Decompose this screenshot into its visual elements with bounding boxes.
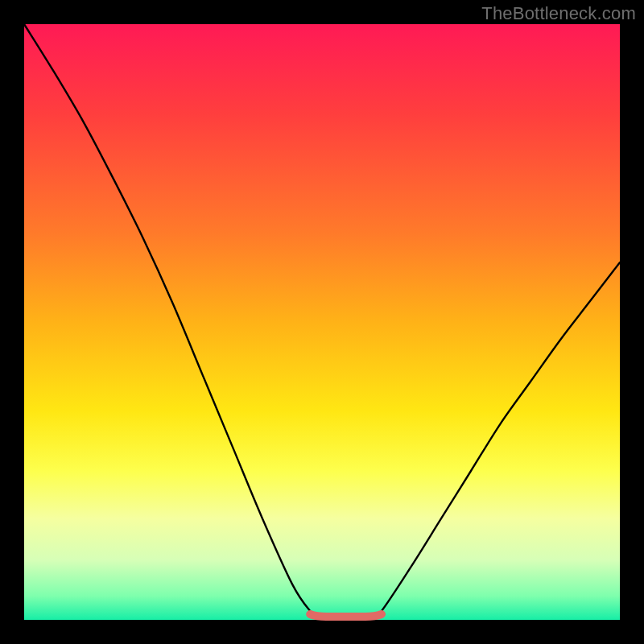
plot-area <box>24 24 620 620</box>
bottleneck-curve <box>24 24 620 621</box>
chart-frame: TheBottleneck.com <box>0 0 644 644</box>
curve-layer <box>24 24 620 620</box>
attribution-text: TheBottleneck.com <box>481 3 636 24</box>
highlight-segment <box>310 614 382 617</box>
